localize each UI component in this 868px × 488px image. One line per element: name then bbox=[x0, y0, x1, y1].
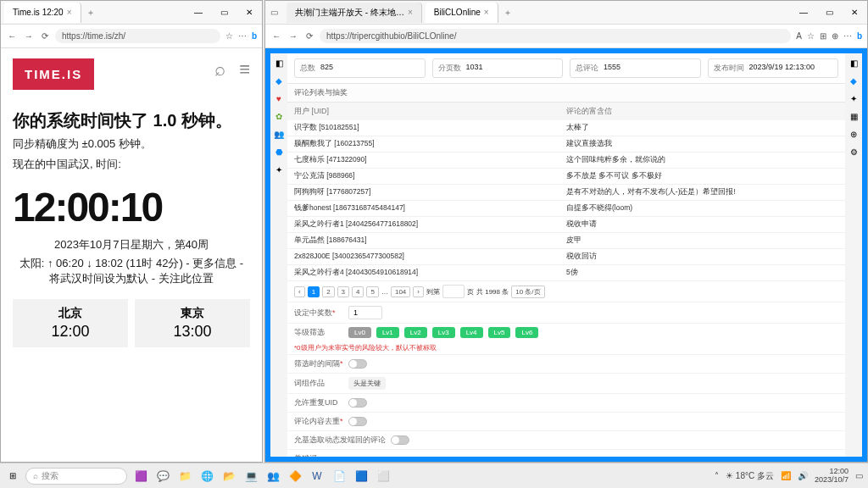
tab-timeis[interactable]: Time.is 12:20 × bbox=[4, 3, 81, 23]
forward-icon[interactable]: → bbox=[287, 30, 299, 42]
bing-icon[interactable]: b bbox=[252, 31, 257, 41]
maximize-button[interactable]: ▭ bbox=[211, 1, 236, 25]
level-lv1[interactable]: Lv1 bbox=[376, 327, 399, 338]
page-2[interactable]: 2 bbox=[322, 286, 334, 297]
favorite-icon[interactable]: ☆ bbox=[225, 31, 233, 41]
table-row[interactable]: 识字数 [510182551]太棒了 bbox=[287, 120, 845, 136]
tab-dynamic[interactable]: 共潮门主端开放天 - 终末地… × bbox=[287, 3, 422, 23]
close-window-button[interactable]: ✕ bbox=[842, 1, 867, 25]
jump-input[interactable] bbox=[442, 285, 465, 298]
close-tab-icon[interactable]: × bbox=[484, 8, 489, 17]
page-5[interactable]: 5 bbox=[366, 286, 378, 297]
app-icon[interactable]: 🔶 bbox=[287, 468, 303, 485]
table-row[interactable]: 2x828J00E [34002365477300582]税收回访 bbox=[287, 249, 845, 265]
bing-icon[interactable]: b bbox=[857, 31, 862, 41]
app-icon[interactable]: 💻 bbox=[242, 468, 259, 485]
read-icon[interactable]: A bbox=[796, 31, 802, 41]
city-card-tokyo[interactable]: 東京 13:00 bbox=[135, 299, 250, 347]
level-lv2[interactable]: Lv2 bbox=[404, 327, 427, 338]
level-lv4[interactable]: Lv4 bbox=[460, 327, 483, 338]
app-icon[interactable]: W bbox=[309, 468, 326, 485]
table-row[interactable]: 阿狗狗呀 [1776807257]是有不对劲的人，对有不发布(人-)还是）希望回… bbox=[287, 185, 845, 201]
rail-icon[interactable]: ✦ bbox=[850, 94, 857, 103]
page-4[interactable]: 4 bbox=[352, 286, 364, 297]
per-page-select[interactable]: 10 条/页 bbox=[511, 286, 544, 298]
favorite-icon[interactable]: ☆ bbox=[807, 31, 815, 41]
table-row[interactable]: 膜酮敷我了 [160213755]建议直接选我 bbox=[287, 136, 845, 152]
taskbar-search[interactable]: ⌕ 搜索 bbox=[25, 468, 127, 485]
app-icon[interactable]: 📄 bbox=[331, 468, 348, 485]
app-icon[interactable]: ⬜ bbox=[375, 468, 392, 485]
rail-icon[interactable]: ◆ bbox=[275, 76, 282, 86]
rail-icon[interactable]: ◧ bbox=[275, 58, 283, 68]
app-icon[interactable]: 📂 bbox=[220, 468, 237, 485]
app-icon[interactable]: 👥 bbox=[264, 468, 281, 485]
level-lv0[interactable]: Lv0 bbox=[348, 327, 371, 338]
close-window-button[interactable]: ✕ bbox=[236, 1, 262, 25]
table-row[interactable]: 单元晶然 [188676431]皮甲 bbox=[287, 233, 845, 249]
start-button[interactable]: ⊞ bbox=[0, 471, 25, 480]
table-row[interactable]: 采风之吟行者1 [24042564771618802]税收申请 bbox=[287, 217, 845, 233]
app-icon[interactable]: 💬 bbox=[154, 468, 171, 485]
close-tab-icon[interactable]: × bbox=[408, 8, 413, 17]
menu-icon[interactable]: ⋯ bbox=[238, 31, 247, 41]
back-icon[interactable]: ← bbox=[6, 30, 18, 42]
taskbar-clock[interactable]: 12:00 2023/10/7 bbox=[815, 468, 849, 485]
rail-icon[interactable]: ✦ bbox=[275, 165, 282, 175]
notifications-icon[interactable]: ▭ bbox=[855, 471, 863, 480]
hamburger-icon[interactable]: ≡ bbox=[239, 58, 250, 80]
page-next[interactable]: › bbox=[413, 286, 424, 297]
page-3[interactable]: 3 bbox=[337, 286, 349, 297]
level-lv3[interactable]: Lv3 bbox=[432, 327, 455, 338]
rail-icon[interactable]: ⬣ bbox=[275, 147, 283, 157]
close-tab-icon[interactable]: × bbox=[67, 8, 72, 17]
reload-icon[interactable]: ⟳ bbox=[40, 30, 50, 42]
reload-icon[interactable]: ⟳ bbox=[304, 30, 314, 42]
new-tab-button[interactable]: ＋ bbox=[498, 7, 517, 19]
tray-chevron-icon[interactable]: ˄ bbox=[715, 471, 719, 480]
table-row[interactable]: 钱爹honest [18673168745484147]自提多不晓得(loom) bbox=[287, 201, 845, 217]
timeis-logo[interactable]: TIME.IS bbox=[13, 58, 94, 90]
url-field[interactable]: https://tripercgithubio/BiliCLOnline/ bbox=[320, 29, 791, 43]
page-prev[interactable]: ‹ bbox=[294, 286, 305, 297]
level-lv5[interactable]: Lv5 bbox=[488, 327, 511, 338]
rail-icon[interactable]: ⊕ bbox=[850, 130, 857, 139]
app-icon[interactable]: 🟦 bbox=[353, 468, 370, 485]
app-icon[interactable]: 🟪 bbox=[132, 468, 149, 485]
table-row[interactable]: 七度柿乐 [471322090]这个回味纯粹多余，就你说的 bbox=[287, 152, 845, 169]
weather-widget[interactable]: ☀ 18°C 多云 bbox=[726, 470, 774, 482]
toggle-dup-uid[interactable] bbox=[348, 398, 367, 408]
rail-icon[interactable]: ◆ bbox=[850, 76, 857, 86]
tab-list-icon[interactable]: ▭ bbox=[265, 8, 283, 17]
minimize-button[interactable]: — bbox=[791, 1, 816, 25]
rail-icon[interactable]: ♥ bbox=[276, 94, 281, 103]
city-card-beijing[interactable]: 北京 12:00 bbox=[13, 299, 128, 347]
count-input[interactable] bbox=[348, 306, 382, 319]
maximize-button[interactable]: ▭ bbox=[816, 1, 842, 25]
table-row[interactable]: 宁公克清 [988966]多不放是 多不可议 多不极好 bbox=[287, 169, 845, 185]
table-row[interactable]: 采风之吟行者4 [24043054910618914]5傍 bbox=[287, 265, 845, 281]
collections-icon[interactable]: ⊕ bbox=[832, 31, 838, 41]
tray-icon[interactable]: 📶 bbox=[781, 471, 791, 480]
rail-icon[interactable]: 👥 bbox=[274, 130, 284, 139]
app-icon[interactable]: 🌐 bbox=[198, 468, 215, 485]
forward-icon[interactable]: → bbox=[23, 30, 35, 42]
url-field[interactable]: https://time.is/zh/ bbox=[55, 29, 220, 43]
toggle-interval[interactable] bbox=[348, 359, 367, 369]
new-tab-button[interactable]: ＋ bbox=[81, 7, 100, 19]
app-icon[interactable]: 📁 bbox=[176, 468, 193, 485]
level-lv6[interactable]: Lv6 bbox=[515, 327, 538, 338]
chip-key[interactable]: 头是关键 bbox=[348, 377, 386, 390]
page-1[interactable]: 1 bbox=[308, 286, 320, 297]
rail-icon[interactable]: ▦ bbox=[850, 112, 858, 121]
tab-biliclonline[interactable]: BiliCLOnline × bbox=[426, 3, 498, 23]
tray-icon[interactable]: 🔊 bbox=[798, 471, 808, 480]
toggle-dedup[interactable] bbox=[348, 417, 367, 426]
sun-meta[interactable]: 太阳: ↑ 06:20 ↓ 18:02 (11时 42分) - 更多信息 - 将… bbox=[13, 256, 250, 286]
extensions-icon[interactable]: ⊞ bbox=[820, 31, 826, 41]
page-last[interactable]: 104 bbox=[391, 286, 410, 297]
minimize-button[interactable]: — bbox=[186, 1, 211, 25]
rail-icon[interactable]: ◧ bbox=[850, 58, 858, 68]
back-icon[interactable]: ← bbox=[270, 30, 282, 42]
menu-icon[interactable]: ⋯ bbox=[843, 31, 852, 41]
